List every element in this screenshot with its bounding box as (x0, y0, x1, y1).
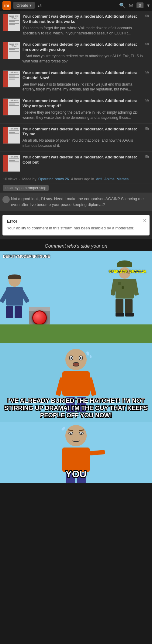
notif-time: 5h (145, 98, 149, 120)
top-nav: im Create ▾ ⇄ 🔍 ✉ 0 ▾ (0, 0, 152, 11)
notif-content: Your comment was deleted by a moderator.… (22, 70, 143, 92)
notification-item[interactable]: In Anime Your comment was deleted by a m… (0, 124, 152, 152)
notif-thumbnail: In Anime (3, 155, 20, 172)
tag-label[interactable]: us army paratrooper stop (3, 185, 49, 191)
notif-body: I believe they are forgetting the part w… (22, 110, 143, 120)
meme3-you-text: YOU (0, 469, 152, 480)
notif-content: Your comment was deleted by a moderator.… (22, 127, 143, 148)
comment-preview: Not a good look, I'd say. Need I make th… (0, 193, 152, 211)
notif-time: 5h (145, 155, 149, 172)
operator-label: OPERATOR_BRAVO.26 (109, 270, 146, 273)
site-logo: im (2, 1, 11, 10)
notif-time: 5h (145, 42, 149, 64)
meme2-scene: I'VE ALREADY BURIED THE HATCHET! I'M NOT… (0, 343, 152, 422)
deputy-label: DEPUTYMODERNKITSUNE (3, 254, 50, 259)
view-count: 10 views (3, 177, 17, 181)
notification-item[interactable]: In are are | What Your comment was delet… (0, 39, 152, 67)
notification-item[interactable]: In Anime Your comment was deleted by a m… (0, 67, 152, 95)
notif-body: Ah ah ah. No abuse of power. You did tha… (22, 138, 143, 148)
create-button[interactable]: Create ▾ (13, 2, 35, 9)
dropdown-icon[interactable]: ▾ (147, 2, 150, 8)
notif-title: Your comment was deleted by a moderator.… (22, 42, 143, 52)
soldier-figure (116, 260, 134, 317)
notif-thumbnail: In Anime (3, 70, 20, 87)
error-box: Error Your ability to comment in this st… (2, 215, 150, 235)
error-title: Error (7, 219, 145, 224)
notif-content: Your comment was deleted by a moderator.… (22, 155, 143, 172)
notif-count[interactable]: 0 (136, 2, 143, 8)
mail-icon[interactable]: ✉ (129, 2, 133, 8)
error-message: Your ability to comment in this stream h… (7, 225, 145, 231)
notification-item[interactable]: In Anime Your comment was deleted by a m… (0, 152, 152, 175)
tag-row: us army paratrooper stop (0, 183, 152, 193)
notif-title: Your comment was deleted by a moderator.… (22, 155, 143, 165)
views-row: 10 views · Made by Operator_bravo.26 4 h… (0, 175, 152, 183)
comment-avatar (2, 196, 10, 203)
big-red-button (29, 307, 50, 324)
author-link[interactable]: Operator_bravo.26 (38, 177, 69, 181)
notif-time: 5h (145, 70, 149, 92)
notif-time: 5h (145, 127, 149, 148)
notification-feed: In are are | What Your comment was delet… (0, 11, 152, 175)
notif-body: You seem to forget the part where y'all … (22, 26, 143, 36)
meme2-big-text: I'VE ALREADY BURIED THE HATCHET! I'M NOT… (0, 397, 152, 419)
comment-text: Not a good look, I'd say. Need I make th… (11, 196, 144, 207)
notif-body: ...And now you're trying to redirect me … (22, 54, 143, 64)
notif-title: Your comment was deleted by a moderator.… (22, 127, 143, 137)
meme-title: Comment who's side your on (0, 239, 152, 251)
made-by-label: Made by (22, 177, 36, 181)
notif-body: See how easy it is to fabricate lies? I'… (22, 82, 143, 92)
notif-time: 5h (145, 14, 149, 36)
notif-content: Your comment was deleted by a moderator.… (22, 14, 143, 36)
meme3-scene: YOU (0, 422, 152, 483)
error-close-button[interactable]: × (143, 218, 146, 224)
notif-title: Your comment was deleted by a moderator.… (22, 98, 143, 109)
notif-thumbnail: In are are | What (3, 42, 20, 59)
nav-icons: 🔍 ✉ 0 ▾ (119, 2, 150, 8)
meme-section: Comment who's side your on DEPUTYMODERNK… (0, 239, 152, 483)
notif-thumbnail: In are are | What (3, 14, 20, 31)
notif-title: Your comment was deleted by a moderator.… (22, 70, 143, 81)
notif-content: Your comment was deleted by a moderator.… (22, 42, 143, 64)
notification-item[interactable]: In are are | What Your comment was delet… (0, 11, 152, 39)
community-link[interactable]: Anti_Anime_Memes (96, 177, 129, 181)
notif-thumbnail: In Anime (3, 98, 20, 115)
shuffle-icon[interactable]: ⇄ (38, 2, 42, 8)
meme-button-scene: DEPUTYMODERNKITSUNE (0, 251, 152, 343)
time-ago: 4 hours ago in (71, 177, 94, 181)
notif-content: Your comment was deleted by a moderator.… (22, 98, 143, 120)
notif-thumbnail: In Anime (3, 127, 20, 144)
notif-title: Your comment was deleted by a moderator.… (22, 14, 143, 24)
notification-item[interactable]: In Anime Your comment was deleted by a m… (0, 95, 152, 123)
deputy-figure (6, 274, 23, 318)
search-icon[interactable]: 🔍 (119, 2, 125, 8)
